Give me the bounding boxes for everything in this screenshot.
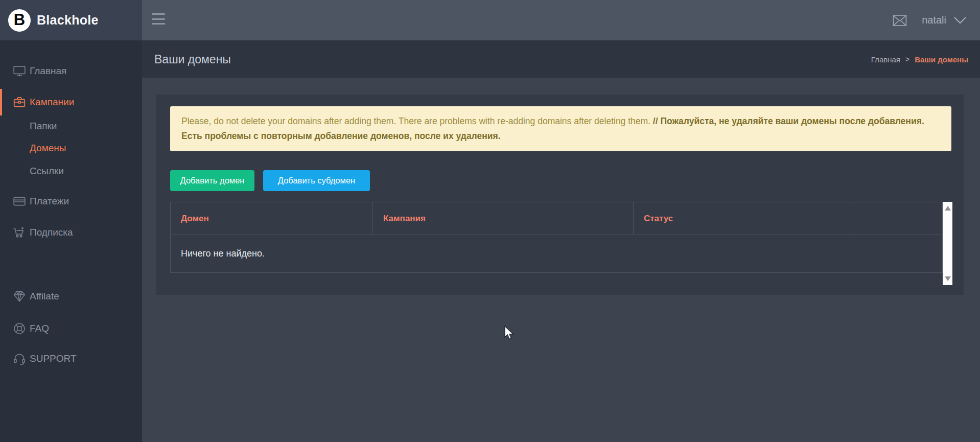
sidebar-item-links[interactable]: Ссылки (0, 160, 142, 182)
logo-letter: B (14, 12, 25, 28)
sidebar-item-payments[interactable]: Платежи (0, 190, 142, 213)
add-domain-button[interactable]: Добавить домен (170, 170, 254, 191)
empty-table-row: Ничего не найдено. (171, 235, 942, 273)
life-ring-icon (13, 322, 26, 335)
mail-icon[interactable] (892, 14, 907, 27)
username: natali (922, 14, 946, 26)
topbar: natali (142, 0, 980, 40)
breadcrumb-separator: > (905, 55, 909, 63)
empty-message: Ничего не найдено. (181, 248, 265, 259)
active-indicator (0, 89, 2, 115)
sidebar-item-campaigns[interactable]: Кампании (0, 91, 142, 113)
add-subdomain-button[interactable]: Добавить субдомен (263, 170, 370, 191)
sidebar-item-folders[interactable]: Папки (0, 115, 142, 137)
table-scrollbar[interactable] (943, 202, 952, 285)
cart-plus-icon (13, 226, 26, 239)
domains-table: Домен Кампания Статус Ничего не найдено. (170, 202, 943, 273)
actions-row: Добавить домен Добавить субдомен (170, 170, 370, 191)
brand-name: Blackhole (37, 13, 99, 28)
topbar-right: natali (892, 0, 967, 40)
sidebar-item-support[interactable]: SUPPORT (0, 347, 142, 370)
headset-icon (13, 353, 26, 365)
breadcrumb-home-link[interactable]: Главная (871, 55, 900, 63)
breadcrumb-current: Ваши домены (915, 55, 968, 63)
credit-card-icon (13, 195, 26, 207)
hamburger-menu-icon[interactable] (152, 13, 165, 25)
column-header-campaign[interactable]: Кампания (373, 202, 634, 235)
sidebar: Главная Кампании Папки Домены Ссылки П (0, 40, 142, 442)
column-header-actions (850, 202, 942, 235)
domains-card: Please, do not delete your domains after… (156, 95, 964, 295)
sidebar-item-home[interactable]: Главная (0, 60, 142, 82)
chevron-down-icon (953, 16, 967, 25)
alert-text-en: Please, do not delete your domains after… (181, 116, 650, 126)
brand-logo-icon: B (8, 9, 31, 32)
page-header: Ваши домены Главная > Ваши домены (142, 40, 980, 78)
column-header-domain[interactable]: Домен (171, 202, 373, 235)
sidebar-item-affilate[interactable]: Affilate (0, 285, 142, 308)
scrollbar-down-arrow-icon[interactable] (945, 276, 951, 281)
user-menu[interactable]: natali (922, 14, 967, 26)
breadcrumb: Главная > Ваши домены (871, 55, 968, 63)
warning-alert: Please, do not delete your domains after… (170, 106, 951, 151)
mouse-cursor (504, 325, 516, 342)
briefcase-icon (13, 96, 26, 108)
sidebar-item-subscription[interactable]: Подписка (0, 221, 142, 244)
monitor-icon (13, 65, 26, 77)
logo-area[interactable]: B Blackhole (0, 0, 142, 40)
column-header-status[interactable]: Статус (634, 202, 850, 235)
diamond-icon (13, 290, 26, 303)
table-header-row: Домен Кампания Статус (171, 202, 942, 235)
scrollbar-up-arrow-icon[interactable] (945, 206, 951, 211)
sidebar-item-faq[interactable]: FAQ (0, 317, 142, 340)
sidebar-item-domains[interactable]: Домены (0, 137, 142, 159)
page-title: Ваши домены (154, 52, 231, 66)
